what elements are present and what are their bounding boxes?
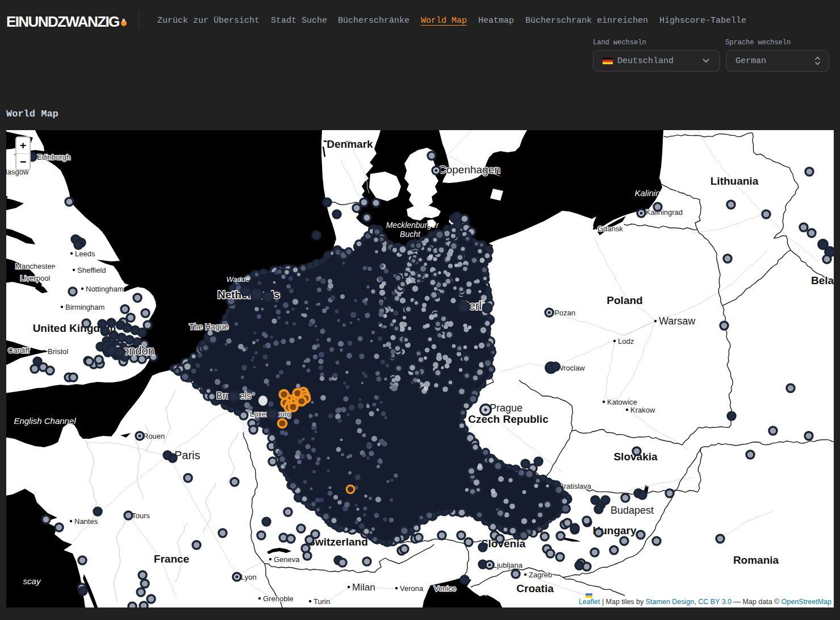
svg-text:Turin: Turin [314, 597, 330, 606]
svg-text:Warsaw: Warsaw [659, 315, 696, 327]
svg-text:Czech Republic: Czech Republic [468, 413, 549, 425]
svg-text:Lodz: Lodz [618, 337, 634, 346]
svg-text:Wadde: Wadde [227, 275, 250, 284]
svg-text:Milan: Milan [352, 582, 375, 593]
svg-text:Denmark: Denmark [327, 138, 373, 150]
svg-text:Bucht: Bucht [400, 230, 421, 239]
svg-text:Nottingham: Nottingham [86, 285, 123, 293]
svg-text:Verona: Verona [400, 584, 424, 593]
svg-text:Katowice: Katowice [607, 398, 637, 406]
svg-text:Lithuania: Lithuania [711, 175, 759, 187]
svg-text:Mecklenburger: Mecklenburger [386, 220, 440, 230]
svg-text:Sheffield: Sheffield [77, 266, 106, 274]
svg-text:Cardiff: Cardiff [8, 346, 30, 355]
svg-text:Venice: Venice [434, 584, 456, 593]
svg-text:Zagreb: Zagreb [529, 571, 552, 579]
svg-text:Romania: Romania [733, 554, 779, 566]
svg-text:Kaliningrad: Kaliningrad [646, 208, 683, 217]
svg-text:Nantes: Nantes [74, 517, 98, 526]
svg-text:Bratislava: Bratislava [559, 482, 592, 490]
svg-text:Tours: Tours [132, 511, 150, 520]
svg-text:Liverpool: Liverpool [20, 274, 51, 282]
svg-text:Gdansk: Gdansk [597, 224, 623, 233]
svg-text:Birmingham: Birmingham [65, 303, 105, 311]
svg-text:Leeds: Leeds [75, 249, 95, 258]
svg-text:Rouen: Rouen [143, 432, 165, 440]
svg-text:The Hague: The Hague [189, 322, 228, 331]
svg-text:Ljubljana: Ljubljana [493, 561, 523, 569]
svg-text:Paris: Paris [174, 449, 200, 461]
svg-text:Copenhagen: Copenhagen [438, 164, 500, 176]
svg-text:Edinburgh: Edinburgh [37, 153, 70, 161]
svg-text:Belarus: Belarus [811, 274, 834, 286]
svg-text:Poland: Poland [607, 294, 642, 306]
svg-text:Grenoble: Grenoble [263, 594, 293, 603]
svg-text:Kaliningrad: Kaliningrad [634, 188, 678, 198]
svg-text:Lyon: Lyon [241, 573, 257, 581]
svg-text:Wroclaw: Wroclaw [557, 364, 585, 372]
svg-text:France: France [154, 553, 189, 565]
svg-text:Budapest: Budapest [611, 505, 654, 516]
svg-text:Manchester: Manchester [15, 262, 55, 271]
svg-text:Pozan: Pozan [554, 309, 575, 317]
svg-text:scay: scay [23, 576, 41, 586]
svg-text:Bristol: Bristol [48, 347, 68, 356]
svg-text:Croatia: Croatia [516, 582, 554, 594]
svg-text:English Channel: English Channel [14, 416, 76, 426]
svg-text:Prague: Prague [490, 402, 523, 414]
svg-text:Krakow: Krakow [630, 406, 655, 414]
svg-text:Geneva: Geneva [274, 555, 300, 564]
